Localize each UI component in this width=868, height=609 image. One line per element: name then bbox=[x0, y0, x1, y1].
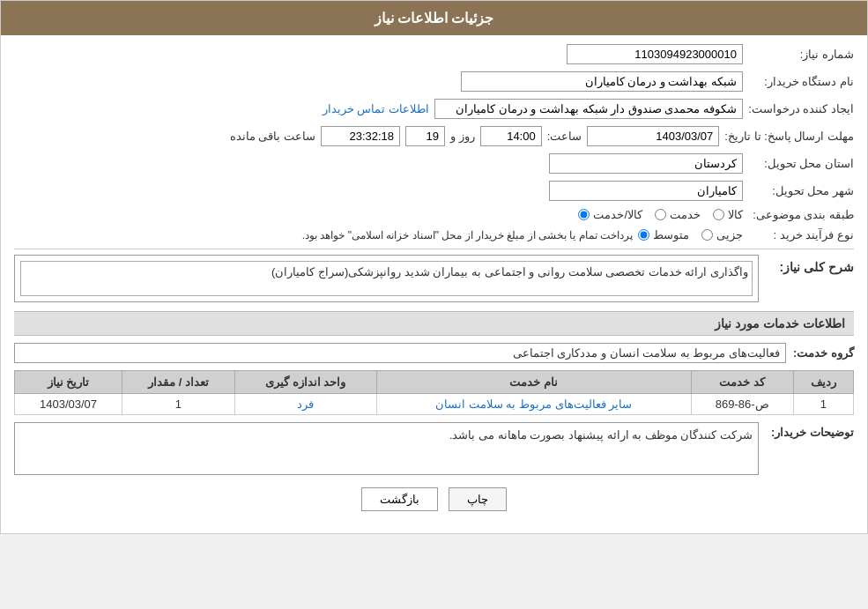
sharh-wrapper: شرح کلی نیاز: واگذاری ارائه خدمات تخصصی … bbox=[14, 255, 854, 302]
tabaqe-kala-label: کالا bbox=[728, 208, 743, 221]
col-tarikh: تاریخ نیاز bbox=[15, 371, 122, 394]
nam-dastgah-label: نام دستگاه خریدار: bbox=[748, 75, 854, 88]
ostan-row: استان محل تحویل: bbox=[14, 153, 854, 174]
tabaqe-khedmat-label: خدمت bbox=[670, 208, 701, 221]
noe-motevaset-option[interactable]: متوسط bbox=[638, 228, 689, 241]
saat-label: ساعت: bbox=[547, 130, 582, 143]
ijad-input[interactable] bbox=[434, 99, 743, 119]
tawzih-text: شرکت کنندگان موظف به ارائه پیشنهاد بصورت… bbox=[20, 428, 753, 442]
noe-jozii-label: جزیی bbox=[716, 228, 743, 241]
tawzih-section: توضیحات خریدار: شرکت کنندگان موظف به ارا… bbox=[14, 422, 854, 475]
col-kod: کد خدمت bbox=[691, 371, 793, 394]
col-tedad: تعداد / مقدار bbox=[122, 371, 235, 394]
gorohe-row: گروه خدمت: فعالیت‌های مربوط به سلامت انس… bbox=[14, 343, 854, 363]
khadamat-section-title: اطلاعات خدمات مورد نیاز bbox=[14, 311, 854, 336]
mohlet-label: مهلت ارسال پاسخ: تا تاریخ: bbox=[724, 130, 854, 143]
tawzih-box: شرکت کنندگان موظف به ارائه پیشنهاد بصورت… bbox=[14, 422, 759, 475]
remaining-label: ساعت باقی مانده bbox=[230, 130, 315, 143]
cell-tedad: 1 bbox=[122, 394, 235, 415]
tawzih-label: توضیحات خریدار: bbox=[766, 422, 854, 439]
noe-farayand-row: نوع فرآیند خرید : جزیی متوسط پرداخت تمام… bbox=[14, 228, 854, 241]
tabaqe-radio-group: کالا خدمت کالا/خدمت bbox=[578, 208, 743, 221]
page-title: جزئیات اطلاعات نیاز bbox=[375, 11, 494, 26]
tabaqe-kala-option[interactable]: کالا bbox=[713, 208, 743, 221]
col-radif: ردیف bbox=[793, 371, 853, 394]
table-head: ردیف کد خدمت نام خدمت واحد اندازه گیری ت… bbox=[15, 371, 854, 394]
sharh-label: شرح کلی نیاز: bbox=[766, 255, 854, 274]
tabaqe-kala-khedmat-option[interactable]: کالا/خدمت bbox=[578, 208, 642, 221]
shomare-niaz-row: شماره نیاز: bbox=[14, 44, 854, 64]
noe-jozii-option[interactable]: جزیی bbox=[701, 228, 743, 241]
gorohe-value: فعالیت‌های مربوط به سلامت انسان و مددکار… bbox=[14, 343, 786, 363]
table-body: 1 ص-86-869 سایر فعالیت‌های مربوط به سلام… bbox=[15, 394, 854, 415]
col-nam: نام خدمت bbox=[376, 371, 691, 394]
nam-dastgah-row: نام دستگاه خریدار: bbox=[14, 71, 854, 92]
tabaqe-kala-radio[interactable] bbox=[713, 209, 724, 220]
shahr-row: شهر محل تحویل: bbox=[14, 181, 854, 201]
shomare-niaz-input[interactable] bbox=[567, 44, 743, 64]
ostan-input[interactable] bbox=[549, 153, 743, 174]
tabaqe-khedmat-radio[interactable] bbox=[655, 209, 666, 220]
cell-tarikh: 1403/03/07 bbox=[15, 394, 122, 415]
tabaqe-kala-khedmat-radio[interactable] bbox=[578, 209, 590, 220]
roz-label: روز و bbox=[450, 130, 475, 143]
noe-farayand-label: نوع فرآیند خرید : bbox=[748, 228, 854, 241]
divider1 bbox=[14, 249, 854, 249]
chap-button[interactable]: چاپ bbox=[449, 487, 507, 511]
cell-nam[interactable]: سایر فعالیت‌های مربوط به سلامت انسان bbox=[376, 394, 691, 415]
mohlet-remaining-input[interactable] bbox=[321, 126, 400, 146]
services-table-section: ردیف کد خدمت نام خدمت واحد اندازه گیری ت… bbox=[14, 370, 854, 415]
nam-dastgah-input[interactable] bbox=[461, 71, 743, 92]
mohlet-roz-input[interactable] bbox=[405, 126, 445, 146]
noe-radio-group: جزیی متوسط bbox=[638, 228, 743, 241]
page-content: شماره نیاز: نام دستگاه خریدار: ایجاد کنن… bbox=[1, 35, 867, 533]
tabaqe-khedmat-option[interactable]: خدمت bbox=[655, 208, 701, 221]
mohlet-row: مهلت ارسال پاسخ: تا تاریخ: ساعت: روز و س… bbox=[14, 126, 854, 146]
mohlet-saat-input[interactable] bbox=[480, 126, 542, 146]
col-vahed: واحد اندازه گیری bbox=[234, 371, 376, 394]
noe-note: پرداخت تمام یا بخشی از مبلغ خریدار از مح… bbox=[14, 229, 633, 241]
shahr-label: شهر محل تحویل: bbox=[748, 184, 854, 197]
page-header: جزئیات اطلاعات نیاز bbox=[1, 1, 867, 35]
bazgasht-button[interactable]: بازگشت bbox=[361, 487, 438, 511]
noe-motevaset-radio[interactable] bbox=[638, 229, 649, 241]
sharh-content: واگذاری ارائه خدمات تخصصی سلامت روانی و … bbox=[14, 255, 759, 302]
ostan-label: استان محل تحویل: bbox=[748, 157, 854, 170]
gorohe-label: گروه خدمت: bbox=[793, 346, 854, 360]
tabaqe-kala-khedmat-label: کالا/خدمت bbox=[593, 208, 642, 221]
buttons-row: چاپ بازگشت bbox=[14, 487, 854, 511]
shomare-niaz-label: شماره نیاز: bbox=[748, 48, 854, 61]
shahr-input[interactable] bbox=[549, 181, 743, 201]
cell-radif: 1 bbox=[793, 394, 853, 415]
tabaqe-label: طبقه بندی موضوعی: bbox=[748, 208, 854, 221]
main-container: جزئیات اطلاعات نیاز شماره نیاز: نام دستگ… bbox=[0, 0, 868, 534]
cell-kod: ص-86-869 bbox=[691, 394, 793, 415]
ijad-row: ایجاد کننده درخواست: اطلاعات تماس خریدار bbox=[14, 99, 854, 119]
cell-vahed: فرد bbox=[234, 394, 376, 415]
tabaqe-row: طبقه بندی موضوعی: کالا خدمت کالا/خدمت bbox=[14, 208, 854, 221]
table-header-row: ردیف کد خدمت نام خدمت واحد اندازه گیری ت… bbox=[15, 371, 854, 394]
table-row: 1 ص-86-869 سایر فعالیت‌های مربوط به سلام… bbox=[15, 394, 854, 415]
sharh-text: واگذاری ارائه خدمات تخصصی سلامت روانی و … bbox=[20, 261, 753, 296]
tamase-kharridar-link[interactable]: اطلاعات تماس خریدار bbox=[323, 102, 429, 115]
services-table: ردیف کد خدمت نام خدمت واحد اندازه گیری ت… bbox=[14, 370, 854, 415]
noe-jozii-radio[interactable] bbox=[701, 229, 713, 241]
ijad-label: ایجاد کننده درخواست: bbox=[748, 102, 854, 115]
mohlet-date-input[interactable] bbox=[587, 126, 719, 146]
noe-motevaset-label: متوسط bbox=[653, 228, 689, 241]
